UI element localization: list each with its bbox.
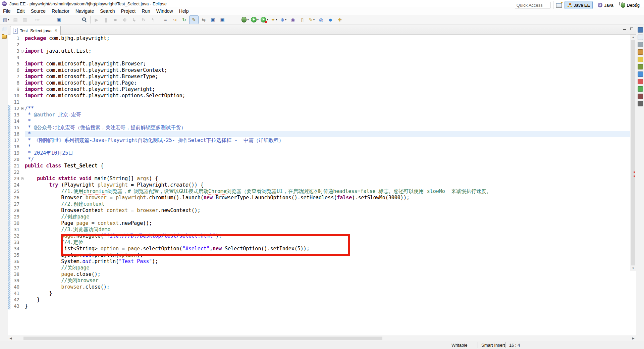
code-line[interactable]: 21public class Test_Select { [8, 163, 630, 169]
line-number[interactable]: 27 [10, 201, 19, 207]
line-number[interactable]: 41 [10, 290, 19, 297]
minimized-view-icon-7[interactable] [638, 71, 643, 77]
line-number[interactable]: 16 [10, 131, 19, 137]
minimized-view-icon-4[interactable] [638, 49, 643, 55]
code-line[interactable]: 43} [8, 303, 630, 309]
code-line[interactable]: 27 //2.创建context [8, 201, 630, 207]
show-console-view-button[interactable]: ▣ [209, 16, 217, 24]
line-number[interactable]: 29 [10, 214, 19, 220]
annotate-button[interactable]: ✎▾ [307, 16, 316, 24]
mark-occurrences-toggle[interactable]: ✎ [189, 15, 199, 24]
code-line[interactable]: 1package com.bjhg.playwright; [8, 35, 630, 42]
code-line[interactable]: 37 //关闭page [8, 265, 630, 271]
line-number[interactable]: 22 [10, 169, 19, 176]
line-number[interactable]: 8 [10, 80, 19, 86]
open-perspective-icon[interactable] [556, 3, 562, 8]
code-line[interactable]: 39 //关闭browser [8, 278, 630, 284]
new-java-ee-project-button[interactable]: ✦▾ [270, 16, 278, 24]
code-line[interactable]: 30 Page page = context.newPage(); [8, 220, 630, 227]
line-number[interactable]: 17 [10, 137, 19, 144]
line-number[interactable]: 26 [10, 195, 19, 201]
code-line[interactable]: 19 * 2024年10月25日 [8, 150, 630, 156]
line-number[interactable]: 32 [10, 233, 19, 239]
code-line[interactable]: 18 * [8, 144, 630, 150]
line-number[interactable]: 36 [10, 258, 19, 265]
horizontal-scrollbar[interactable]: ◀ ▶ [8, 336, 636, 341]
dropdown-caret-icon[interactable]: ▾ [276, 18, 277, 21]
debug-button[interactable]: ▾ [241, 16, 250, 24]
show-properties-view-button[interactable]: ▣ [218, 16, 227, 24]
line-number[interactable]: 43 [10, 303, 19, 309]
minimized-view-icon-2[interactable] [638, 35, 643, 40]
minimized-view-icon-11[interactable] [638, 101, 643, 106]
menu-source[interactable]: Source [28, 8, 49, 14]
menu-search[interactable]: Search [97, 8, 118, 14]
line-number[interactable]: 37 [10, 265, 19, 271]
line-number[interactable]: 14 [10, 118, 19, 124]
minimize-editor-icon[interactable] [623, 28, 626, 30]
line-number[interactable]: 6 [10, 67, 19, 73]
last-edit-location-button[interactable]: ≡ [161, 16, 170, 24]
menu-navigate[interactable]: Navigate [72, 8, 97, 14]
dropdown-caret-icon[interactable]: ▾ [247, 18, 249, 21]
minimized-view-icon-10[interactable] [638, 94, 643, 99]
tab-test-select-java[interactable]: Test_Select.java ✕ [10, 26, 61, 35]
menu-window[interactable]: Window [153, 8, 176, 14]
code-line[interactable]: 4 [8, 54, 630, 61]
code-line[interactable]: 40 browser.close(); [8, 284, 630, 290]
code-line[interactable]: 5import com.microsoft.playwright.Browser… [8, 61, 630, 67]
line-number[interactable]: 4 [10, 54, 19, 61]
scroll-left-icon[interactable]: ◀ [8, 336, 13, 341]
code-line[interactable]: 31 //3.浏览器访问demo [8, 227, 630, 233]
vertical-scrollbar[interactable]: ▴ ▾ [630, 35, 636, 271]
code-line[interactable]: 14 * [8, 118, 630, 124]
code-line[interactable]: 36 System.out.println("Test Pass"); [8, 258, 630, 265]
scroll-up-icon[interactable]: ▴ [630, 35, 636, 40]
minimized-view-icon-5[interactable] [638, 57, 643, 62]
code-line[interactable]: 2 [8, 42, 630, 48]
fold-collapse-icon[interactable] [21, 50, 24, 53]
code-line[interactable]: 6import com.microsoft.playwright.Browser… [8, 67, 630, 73]
menu-edit[interactable]: Edit [14, 8, 28, 14]
line-number[interactable]: 20 [10, 156, 19, 163]
quick-access-input[interactable] [515, 2, 550, 8]
line-number[interactable]: 33 [10, 239, 19, 246]
line-number[interactable]: 25 [10, 188, 19, 195]
menu-project[interactable]: Project [118, 8, 139, 14]
run-button[interactable]: ▾ [250, 16, 259, 24]
deploy-module-button[interactable]: ◉ [288, 16, 297, 24]
menu-refactor[interactable]: Refactor [49, 8, 72, 14]
back-history-button[interactable]: ↪ [170, 16, 179, 24]
vertical-scroll-thumb[interactable] [631, 40, 635, 265]
minimized-view-icon-3[interactable] [638, 42, 643, 47]
clipboard-button[interactable]: ▯ [298, 16, 307, 24]
code-line[interactable]: 29 //创建page [8, 214, 630, 220]
project-explorer-button[interactable] [0, 33, 8, 40]
code-line[interactable]: 7import com.microsoft.playwright.Browser… [8, 73, 630, 80]
line-number[interactable]: 13 [10, 112, 19, 118]
code-line[interactable]: 22 [8, 169, 630, 176]
perspective-java-ee[interactable]: Java EE [565, 1, 593, 9]
key-button[interactable]: ✚ [335, 16, 344, 24]
line-number[interactable]: 39 [10, 278, 19, 284]
code-line[interactable]: 42 } [8, 297, 630, 303]
line-number[interactable]: 12 [10, 105, 19, 112]
code-line[interactable]: 15 * @公众号:北京宏哥（微信搜索，关注宏哥，提前解锁更多测试干货） [8, 124, 630, 131]
code-editor[interactable]: 1package com.bjhg.playwright;23import ja… [8, 35, 636, 336]
line-number[interactable]: 18 [10, 144, 19, 150]
menu-file[interactable]: File [0, 8, 14, 14]
dropdown-caret-icon[interactable]: ▾ [313, 18, 315, 21]
restore-view-button[interactable] [0, 25, 8, 33]
line-number[interactable]: 30 [10, 220, 19, 227]
code-line[interactable]: 12/** [8, 105, 630, 112]
menu-run[interactable]: Run [139, 8, 153, 14]
dropdown-caret-icon[interactable]: ▾ [285, 18, 286, 21]
external-browser-button[interactable]: ☻ [326, 16, 335, 24]
line-number[interactable]: 3 [10, 48, 19, 54]
code-line[interactable]: 8import com.microsoft.playwright.Page; [8, 80, 630, 86]
line-number[interactable]: 28 [10, 207, 19, 214]
code-line[interactable]: 24 try (Playwright playwright = Playwrig… [8, 182, 630, 188]
console-button[interactable]: ▣ [54, 16, 63, 24]
minimized-view-icon-9[interactable] [638, 86, 643, 92]
code-line[interactable]: 28 BrowserContext context = browser.newC… [8, 207, 630, 214]
